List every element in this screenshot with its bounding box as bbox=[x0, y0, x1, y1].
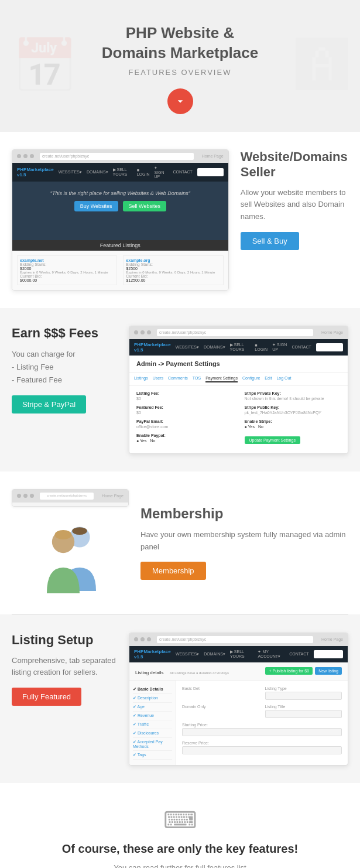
starting-price-input[interactable] bbox=[182, 728, 342, 736]
nav-search[interactable] bbox=[197, 168, 224, 176]
site-hero-area: "This is the right place for selling Web… bbox=[12, 182, 228, 240]
stripe-public-field: Stripe Public Key: pk_test_7Ha0YJaNUn3OY… bbox=[245, 405, 341, 415]
update-payment-button[interactable]: Update Payment Settings bbox=[245, 436, 300, 444]
admin-dot-3 bbox=[147, 330, 151, 334]
ls-nav-domains: DOMAINS▾ bbox=[204, 652, 225, 657]
hero-title: PHP Website & Domains Marketplace bbox=[12, 23, 348, 63]
listing-fee-field: Listing Fee: $0 bbox=[136, 391, 233, 401]
buy-websites-btn[interactable]: Buy Websites bbox=[74, 201, 118, 211]
admin-tabs: Listings Users Comments TOS Payment Sett… bbox=[129, 373, 348, 385]
listing-item-1: example.net Bidding Starts: $2000 Expire… bbox=[17, 255, 117, 285]
nav-revenue[interactable]: ✔ Revenue bbox=[133, 712, 172, 720]
listing-domain-1: example.net bbox=[20, 258, 114, 262]
keyboard-icon: ⌨ bbox=[12, 807, 348, 833]
admin-search[interactable] bbox=[316, 343, 343, 351]
mem-dot-2 bbox=[23, 494, 28, 498]
publish-listing-button[interactable]: + Publish listing for $0 bbox=[265, 667, 313, 675]
admin-tab-edit[interactable]: Edit bbox=[265, 375, 272, 382]
admin-url: create.net/user/phpbiznyc bbox=[157, 329, 313, 336]
browser-top-bar: create.net/user/phpbiznyc Home Page bbox=[12, 150, 228, 163]
admin-left-col: Listing Fee: $0 Featured Fee: $0 PayPal … bbox=[136, 391, 233, 447]
nav-disclosures[interactable]: ✔ Disclosures bbox=[133, 729, 172, 738]
featured-fee-label: Featured Fee: bbox=[136, 405, 233, 409]
admin-tab-listings[interactable]: Listings bbox=[134, 375, 148, 382]
nav-basic-details[interactable]: ✔ Basic Details bbox=[133, 685, 172, 694]
featured-listings-label: Featured Listings bbox=[12, 240, 228, 251]
admin-tab-users[interactable]: Users bbox=[153, 375, 163, 382]
listing-panel: create.net/user/phpbiznyc Home Page PHPM… bbox=[129, 633, 348, 766]
browser-dot-3 bbox=[30, 154, 34, 158]
membership-description: Have your own membership system fully ma… bbox=[140, 529, 348, 553]
ls-home-btn: Home Page bbox=[321, 637, 343, 641]
hero-subtitle: FEATURES OVERVIEW bbox=[12, 68, 348, 77]
membership-browser-body bbox=[12, 503, 128, 506]
admin-tab-payment[interactable]: Payment Settings bbox=[205, 375, 238, 382]
listing-duration-note: All Listings have a duration of 90 days bbox=[170, 671, 229, 675]
stripe-paypal-button[interactable]: Stripe & PayPal bbox=[12, 395, 86, 414]
admin-nav-sell: ▶ SELL YOURS bbox=[230, 343, 251, 351]
listing-fee-value: $0 bbox=[136, 397, 233, 401]
paypal-email-label: PayPal Email: bbox=[136, 419, 233, 423]
ls-nav-account: ✦ MY ACCOUNT▾ bbox=[258, 650, 284, 659]
mem-url: create.net/user/phpbiznyc bbox=[40, 493, 94, 500]
admin-nav-btn: Home Page bbox=[321, 330, 343, 334]
listing-item-2: example.org Bidding Starts: $2500 Expire… bbox=[123, 255, 223, 285]
ls-dot-1 bbox=[134, 637, 138, 641]
stripe-private-field: Stripe Private Key: Not shown in this de… bbox=[245, 391, 341, 401]
admin-nav-contact: CONTACT bbox=[292, 345, 311, 349]
new-listing-button[interactable]: New listing bbox=[315, 667, 342, 675]
mem-dot-3 bbox=[30, 494, 34, 498]
admin-tab-logout[interactable]: Log Out bbox=[276, 375, 291, 382]
listing-items-container: example.net Bidding Starts: $2000 Expire… bbox=[12, 251, 228, 290]
nav-traffic[interactable]: ✔ Traffic bbox=[133, 720, 172, 729]
reserve-price-label: Reserve Price: bbox=[182, 741, 342, 745]
admin-right-col: Stripe Private Key: Not shown in this de… bbox=[245, 391, 341, 447]
scroll-down-button[interactable] bbox=[167, 88, 193, 114]
footer-heading: Of course, these are only the key featur… bbox=[12, 842, 348, 856]
listing-label-2a: Bidding Starts: bbox=[126, 262, 220, 266]
sell-buy-button[interactable]: Sell & Buy bbox=[241, 232, 299, 250]
fees-description: You can charge for - Listing Fee - Featu… bbox=[12, 348, 117, 387]
admin-tab-comments[interactable]: Comments bbox=[168, 375, 188, 382]
sell-websites-btn[interactable]: Sell Websites bbox=[123, 201, 166, 211]
admin-nav-websites: WEBSITES▾ bbox=[176, 345, 199, 350]
admin-panel-title: Admin -> Payment Settings bbox=[129, 356, 348, 373]
paypal-no[interactable]: No bbox=[150, 439, 155, 443]
enable-stripe-radio[interactable]: ● Yes No bbox=[245, 425, 341, 429]
starting-price-field: Starting Price: bbox=[182, 723, 342, 736]
ls-search[interactable] bbox=[314, 650, 343, 658]
browser-dot-1 bbox=[17, 154, 21, 158]
fully-featured-button[interactable]: Fully Featured bbox=[12, 688, 81, 706]
paypal-email-field: PayPal Email: office@store.com bbox=[136, 419, 233, 429]
svg-point-3 bbox=[55, 530, 72, 539]
enable-paypal-radio[interactable]: ● Yes No bbox=[136, 439, 233, 443]
membership-button[interactable]: Membership bbox=[140, 562, 206, 580]
paypal-yes[interactable]: ● Yes bbox=[136, 439, 146, 443]
chevron-down-icon bbox=[174, 95, 186, 107]
fees-screenshot: create.net/user/phpbiznyc Home Page PHPM… bbox=[129, 326, 348, 454]
listing-label-1b: Current Bid: bbox=[20, 274, 114, 278]
reserve-price-input[interactable] bbox=[182, 746, 342, 754]
nav-description[interactable]: ✔ Description bbox=[133, 694, 172, 703]
listing-title-input[interactable] bbox=[265, 710, 342, 718]
admin-body: Listing Fee: $0 Featured Fee: $0 PayPal … bbox=[129, 385, 348, 453]
listing-info: Listing Setup Comprehensive, tab separat… bbox=[12, 633, 117, 706]
ls-nav-websites: WEBSITES▾ bbox=[176, 652, 199, 657]
nav-age[interactable]: ✔ Age bbox=[133, 703, 172, 712]
listing-type-input[interactable] bbox=[265, 692, 342, 700]
paypal-email-value: office@store.com bbox=[136, 425, 233, 429]
listing-site-nav: PHPMarketplace v1.5 WEBSITES▾ DOMAINS▾ ▶… bbox=[129, 646, 348, 662]
stripe-no[interactable]: No bbox=[258, 425, 263, 429]
listing-description: Comprehensive, tab separated listing cre… bbox=[12, 655, 117, 679]
listing-val-1a: $2000 bbox=[20, 266, 114, 271]
admin-tab-configure[interactable]: Configure bbox=[242, 375, 260, 382]
nav-tags[interactable]: ✔ Tags bbox=[133, 751, 172, 760]
browser-dot-2 bbox=[23, 154, 28, 158]
listing-browser-bar: create.net/user/phpbiznyc Home Page bbox=[129, 633, 348, 646]
admin-tab-tos[interactable]: TOS bbox=[193, 375, 201, 382]
listing-label-1a: Bidding Starts: bbox=[20, 262, 114, 266]
nav-item-domains: DOMAINS▾ bbox=[87, 170, 108, 175]
enable-stripe-field: Enable Stripe: ● Yes No bbox=[245, 419, 341, 429]
stripe-yes[interactable]: ● Yes bbox=[245, 425, 255, 429]
nav-pay-methods[interactable]: ✔ Accepted Pay Methods bbox=[133, 738, 172, 751]
